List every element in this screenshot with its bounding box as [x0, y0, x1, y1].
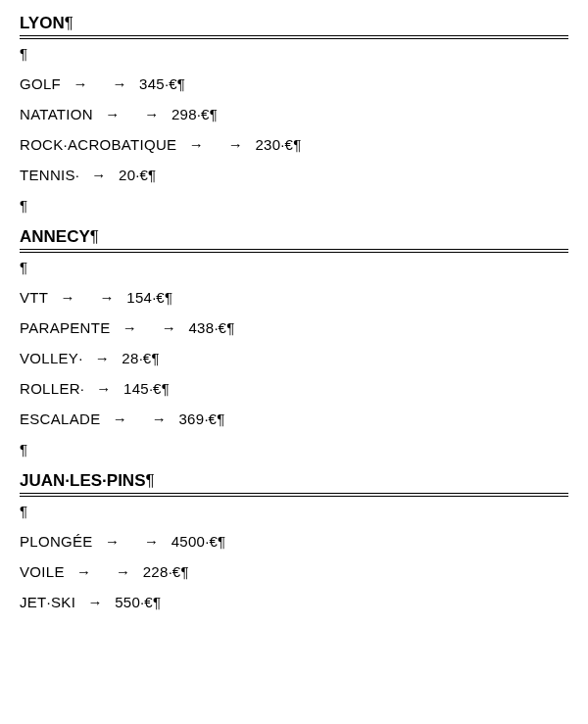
- price-row: VTT→→154·€¶: [20, 289, 568, 306]
- price: 230: [255, 136, 280, 153]
- document-body: LYON¶¶GOLF→→345·€¶NATATION→→298·€¶ROCK·A…: [20, 14, 568, 610]
- price: 28: [122, 350, 138, 366]
- activity-name: ESCALADE: [20, 410, 100, 427]
- tab-mark: →: [132, 106, 172, 122]
- activity-name: VTT: [20, 289, 48, 306]
- pilcrow-mark: ¶: [148, 167, 156, 183]
- price: 369: [178, 410, 204, 427]
- section-title: JUAN·LES·PINS¶: [20, 471, 568, 491]
- tab-mark: →: [176, 136, 216, 153]
- price: 4500: [172, 533, 206, 550]
- price-row: VOLLEY·→28·€¶: [20, 350, 568, 366]
- tab-mark: →: [139, 410, 178, 427]
- tab-mark: →: [100, 410, 139, 427]
- pilcrow-mark: ¶: [165, 289, 172, 306]
- tab-mark: →: [216, 136, 255, 153]
- currency: €: [219, 319, 227, 336]
- price-row: GOLF→→345·€¶: [20, 75, 568, 92]
- price: 154: [126, 289, 152, 306]
- tab-mark: →: [65, 563, 104, 580]
- pilcrow-mark: ¶: [210, 106, 218, 122]
- tab-mark: →: [48, 289, 87, 306]
- section-rule: [20, 35, 568, 39]
- pilcrow-mark: ¶: [90, 227, 99, 246]
- currency: €: [139, 167, 148, 183]
- currency: €: [201, 106, 210, 122]
- tab-mark: →: [87, 289, 126, 306]
- activity-name: ROCK·ACROBATIQUE: [20, 136, 176, 153]
- blank-paragraph: ¶: [20, 259, 568, 275]
- price-row: VOILE→→228·€¶: [20, 563, 568, 580]
- activity-name: VOLLEY: [20, 350, 78, 366]
- pilcrow-mark: ¶: [180, 563, 188, 580]
- tab-mark: →: [110, 319, 149, 336]
- price: 20: [119, 167, 135, 183]
- blank-paragraph: ¶: [20, 503, 568, 519]
- price-row: ROLLER·→145·€¶: [20, 380, 568, 397]
- currency: €: [156, 289, 165, 306]
- price-row: PLONGÉE→→4500·€¶: [20, 533, 568, 550]
- price: 438: [188, 319, 214, 336]
- activity-name: PLONGÉE: [20, 533, 93, 550]
- currency: €: [284, 136, 293, 153]
- tab-mark: →: [93, 106, 132, 122]
- price-row: JET·SKI→550·€¶: [20, 594, 568, 610]
- activity-name: JET·SKI: [20, 594, 75, 610]
- activity-name: TENNIS: [20, 167, 75, 183]
- price-row: ESCALADE→→369·€¶: [20, 410, 568, 427]
- section-rule: [20, 493, 568, 497]
- currency: €: [153, 380, 162, 397]
- blank-paragraph: ¶: [20, 45, 568, 62]
- tab-mark: →: [61, 75, 100, 92]
- activity-name: NATATION: [20, 106, 93, 122]
- activity-name: PARAPENTE: [20, 319, 110, 336]
- activity-name: ROLLER: [20, 380, 80, 397]
- tab-mark: →: [75, 594, 115, 610]
- activity-name: GOLF: [20, 75, 61, 92]
- blank-paragraph: ¶: [20, 441, 568, 458]
- tab-mark: →: [84, 380, 123, 397]
- price-row: NATATION→→298·€¶: [20, 106, 568, 122]
- currency: €: [209, 410, 218, 427]
- price: 298: [172, 106, 197, 122]
- price: 228: [143, 563, 169, 580]
- pilcrow-mark: ¶: [218, 533, 225, 550]
- pilcrow-mark: ¶: [217, 410, 224, 427]
- blank-paragraph: ¶: [20, 197, 568, 214]
- pilcrow-mark: ¶: [177, 75, 185, 92]
- price-row: ROCK·ACROBATIQUE→→230·€¶: [20, 136, 568, 153]
- price-row: TENNIS·→20·€¶: [20, 167, 568, 183]
- tab-mark: →: [100, 75, 139, 92]
- pilcrow-mark: ¶: [293, 136, 301, 153]
- tab-mark: →: [79, 167, 119, 183]
- currency: €: [144, 594, 153, 610]
- pilcrow-mark: ¶: [226, 319, 234, 336]
- price: 550: [115, 594, 140, 610]
- section-rule: [20, 249, 568, 253]
- pilcrow-mark: ¶: [153, 594, 161, 610]
- tab-mark: →: [82, 350, 122, 366]
- currency: €: [209, 533, 218, 550]
- pilcrow-mark: ¶: [145, 471, 154, 490]
- pilcrow-mark: ¶: [151, 350, 159, 366]
- pilcrow-mark: ¶: [65, 14, 74, 32]
- price-row: PARAPENTE→→438·€¶: [20, 319, 568, 336]
- section-title: LYON¶: [20, 14, 568, 33]
- price: 145: [123, 380, 149, 397]
- price: 345: [139, 75, 165, 92]
- tab-mark: →: [132, 533, 172, 550]
- pilcrow-mark: ¶: [162, 380, 170, 397]
- tab-mark: →: [93, 533, 132, 550]
- currency: €: [169, 75, 177, 92]
- tab-mark: →: [104, 563, 143, 580]
- activity-name: VOILE: [20, 563, 65, 580]
- tab-mark: →: [149, 319, 188, 336]
- section-title: ANNECY¶: [20, 227, 568, 247]
